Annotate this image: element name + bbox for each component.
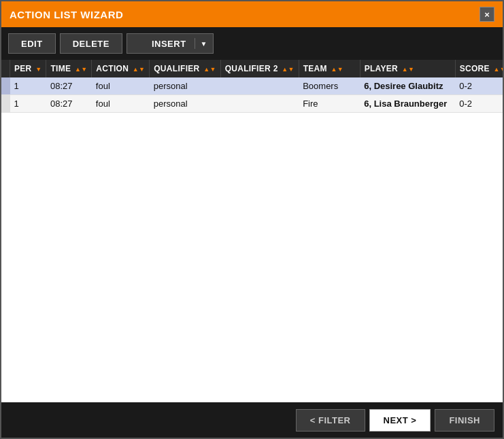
insert-dropdown-arrow: ▼ bbox=[195, 38, 213, 49]
sort-time-icon: ▲▼ bbox=[75, 66, 87, 73]
window-title: ACTION LIST WIZARD bbox=[10, 9, 123, 20]
title-bar: ACTION LIST WIZARD × bbox=[1, 1, 503, 27]
cell-qualifier: personal bbox=[150, 95, 220, 113]
col-score[interactable]: SCORE ▲▼ bbox=[455, 60, 503, 77]
cell-per: 1 bbox=[10, 77, 46, 95]
col-qualifier[interactable]: QUALIFIER ▲▼ bbox=[150, 60, 220, 77]
action-table: PER ▼ TIME ▲▼ ACTION ▲▼ QUALIFIER ▲▼ QUA… bbox=[1, 60, 503, 113]
table-row[interactable]: 108:27foulpersonalBoomers6, Desiree Glau… bbox=[1, 77, 503, 95]
sort-score-icon: ▲▼ bbox=[493, 66, 503, 73]
cell-action: foul bbox=[92, 77, 150, 95]
sort-qualifier2-icon: ▲▼ bbox=[282, 66, 294, 73]
cell-score: 0-2 bbox=[455, 95, 503, 113]
cell-time: 08:27 bbox=[46, 95, 92, 113]
close-button[interactable]: × bbox=[480, 7, 494, 22]
sort-team-icon: ▲▼ bbox=[331, 66, 343, 73]
toolbar: EDIT DELETE INSERT ▼ bbox=[1, 27, 503, 60]
sort-qualifier-icon: ▲▼ bbox=[203, 66, 216, 73]
col-per[interactable]: PER ▼ bbox=[10, 60, 46, 77]
action-list-wizard-window: ACTION LIST WIZARD × EDIT DELETE INSERT … bbox=[0, 0, 504, 439]
col-team[interactable]: TEAM ▲▼ bbox=[299, 60, 360, 77]
col-player[interactable]: PLAYER ▲▼ bbox=[360, 60, 455, 77]
cell-qualifier2 bbox=[220, 95, 299, 113]
table-row[interactable]: 108:27foulpersonalFire6, Lisa Braunberge… bbox=[1, 95, 503, 113]
cell-time: 08:27 bbox=[46, 77, 92, 95]
col-action[interactable]: ACTION ▲▼ bbox=[92, 60, 150, 77]
edit-button[interactable]: EDIT bbox=[8, 33, 56, 54]
col-time[interactable]: TIME ▲▼ bbox=[46, 60, 92, 77]
col-qualifier2[interactable]: QUALIFIER 2 ▲▼ bbox=[220, 60, 299, 77]
sort-per-icon: ▼ bbox=[35, 66, 41, 73]
cell-per: 1 bbox=[10, 95, 46, 113]
cell-score: 0-2 bbox=[455, 77, 503, 95]
cell-team: Boomers bbox=[299, 77, 360, 95]
cell-player: 6, Lisa Braunberger bbox=[360, 95, 455, 113]
footer: < FILTER NEXT > FINISH bbox=[1, 402, 503, 438]
sort-player-icon: ▲▼ bbox=[402, 66, 414, 73]
table-container: PER ▼ TIME ▲▼ ACTION ▲▼ QUALIFIER ▲▼ QUA… bbox=[1, 60, 503, 402]
row-indicator bbox=[1, 77, 10, 95]
next-button[interactable]: NEXT > bbox=[369, 409, 431, 432]
cell-player: 6, Desiree Glaubitz bbox=[360, 77, 455, 95]
cell-qualifier: personal bbox=[150, 77, 220, 95]
sort-action-icon: ▲▼ bbox=[133, 66, 145, 73]
finish-button[interactable]: FINISH bbox=[435, 409, 494, 432]
cell-action: foul bbox=[92, 95, 150, 113]
insert-label: INSERT bbox=[139, 39, 195, 49]
col-indicator bbox=[1, 60, 10, 77]
cell-qualifier2 bbox=[220, 77, 299, 95]
table-header-row: PER ▼ TIME ▲▼ ACTION ▲▼ QUALIFIER ▲▼ QUA… bbox=[1, 60, 503, 77]
insert-button[interactable]: INSERT ▼ bbox=[127, 33, 214, 54]
cell-team: Fire bbox=[299, 95, 360, 113]
filter-button[interactable]: < FILTER bbox=[296, 409, 365, 432]
row-indicator bbox=[1, 95, 10, 113]
delete-button[interactable]: DELETE bbox=[60, 33, 122, 54]
